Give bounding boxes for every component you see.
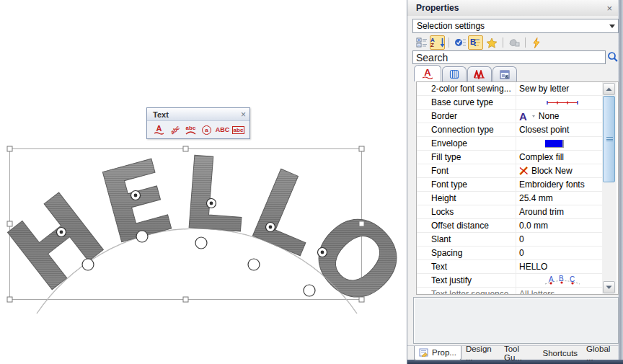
show-modified-button[interactable]: [452, 35, 467, 50]
text-toolbar: Text × A abc abc a ABC abc: [146, 107, 250, 139]
resize-handle[interactable]: [359, 221, 364, 226]
monogram-text-icon[interactable]: ABC: [216, 123, 229, 137]
letter-handle[interactable]: [318, 248, 327, 257]
property-row: LocksAround trim: [417, 205, 602, 219]
tab-satin-properties[interactable]: [467, 66, 492, 81]
scroll-up-button[interactable]: [603, 83, 615, 95]
property-value[interactable]: Embroidery fonts: [516, 178, 602, 191]
property-value[interactable]: HELLO: [516, 260, 602, 273]
panel-titlebar[interactable]: Properties ×: [407, 0, 618, 16]
scrollbar-thumb[interactable]: [603, 96, 615, 182]
search-icon[interactable]: [607, 51, 619, 63]
property-value[interactable]: Closest point: [516, 123, 602, 136]
tab-applique-properties[interactable]: [442, 66, 467, 81]
base-curve-icon: [545, 99, 580, 106]
panel-right-frame: [618, 0, 623, 360]
property-row: Font typeEmbroidery fonts: [417, 178, 602, 192]
resize-handle[interactable]: [359, 146, 364, 151]
letter-handle[interactable]: [207, 199, 216, 208]
bottom-tab-global[interactable]: Global ...: [582, 346, 619, 360]
chevron-down-icon: [609, 25, 615, 31]
property-value[interactable]: All letters: [516, 288, 602, 295]
bottom-tab-design[interactable]: Design ...: [461, 346, 500, 360]
property-value[interactable]: [516, 96, 602, 109]
scrollbar[interactable]: [602, 82, 617, 294]
property-value[interactable]: Complex fill: [516, 151, 602, 164]
text-vertical-icon[interactable]: abc: [168, 123, 182, 137]
apply-lightning-button[interactable]: [529, 35, 544, 50]
text-toolbar-titlebar[interactable]: Text ×: [147, 108, 249, 121]
border-font-icon: A: [519, 112, 527, 121]
wave-icon: [423, 76, 433, 79]
resize-handle[interactable]: [7, 297, 12, 302]
scroll-down-button[interactable]: [603, 281, 615, 293]
arrow-up-icon: [606, 87, 612, 92]
property-description-box: [413, 297, 619, 344]
property-value[interactable]: 0: [516, 233, 602, 246]
property-value[interactable]: 0.0 mm: [516, 219, 602, 232]
junction-handle[interactable]: [136, 231, 148, 242]
property-value[interactable]: Sew by letter: [516, 82, 602, 95]
property-row: Slant0: [417, 233, 602, 247]
tab-form-properties[interactable]: [492, 66, 517, 81]
property-value[interactable]: A B C: [516, 274, 602, 287]
design-canvas[interactable]: HELLO HELLO: [0, 0, 407, 364]
zigzag-icon: [474, 70, 485, 79]
property-row: Base curve type: [417, 96, 602, 110]
junction-handle[interactable]: [195, 237, 207, 249]
property-value[interactable]: [516, 137, 602, 150]
resize-handle[interactable]: [7, 146, 12, 151]
text-on-circle-icon[interactable]: a: [200, 123, 213, 137]
resize-handle[interactable]: [183, 146, 188, 151]
font-tool-icon: [519, 167, 529, 175]
property-row: Text letter sequenceAll letters: [417, 288, 602, 295]
text-block-icon[interactable]: abc: [231, 123, 245, 137]
sort-alphabetical-button[interactable]: AZ: [430, 35, 445, 50]
resize-handle[interactable]: [359, 297, 364, 302]
property-value[interactable]: Around trim: [516, 205, 602, 218]
property-row: Font Block New: [417, 164, 602, 178]
envelope-color-swatch[interactable]: [545, 140, 564, 148]
bottom-tab-properties[interactable]: Prop...: [414, 346, 461, 360]
favorites-star-button[interactable]: [484, 35, 499, 50]
preset-dropdown[interactable]: Selection settings: [412, 19, 619, 33]
properties-tab-icon: [419, 348, 429, 357]
svg-text:C: C: [570, 275, 575, 283]
preset-value: Selection settings: [417, 21, 485, 31]
property-grid: 2-color font sewing...Sew by letter Base…: [416, 81, 619, 295]
property-row: TextHELLO: [417, 260, 602, 274]
letter-handle[interactable]: [131, 191, 141, 200]
text-on-arc-icon[interactable]: abc: [184, 123, 198, 137]
resize-handle[interactable]: [7, 221, 12, 226]
arrow-down-icon: [606, 285, 612, 290]
property-row: Border A None: [417, 110, 602, 123]
svg-text:B: B: [559, 275, 564, 283]
junction-handle[interactable]: [304, 285, 315, 296]
categorized-view-button[interactable]: [414, 35, 429, 50]
close-icon[interactable]: ×: [606, 3, 612, 14]
bottom-tab-tool-guide[interactable]: Tool Gu...: [500, 346, 539, 360]
property-value[interactable]: A None: [516, 110, 602, 123]
property-category-tabs: A: [414, 65, 518, 81]
letter-handle[interactable]: [266, 223, 275, 232]
junction-handle[interactable]: [248, 259, 260, 270]
property-value[interactable]: Block New: [516, 164, 602, 177]
property-row: 2-color font sewing...Sew by letter: [417, 82, 602, 96]
property-row: Text justify A B C: [417, 274, 602, 288]
property-row: Spacing0: [417, 247, 602, 260]
tab-text-properties[interactable]: A: [414, 65, 441, 81]
text-on-baseline-icon[interactable]: A: [152, 123, 166, 137]
close-icon[interactable]: ×: [241, 111, 246, 118]
bottom-tab-shortcuts[interactable]: Shortcuts: [539, 346, 583, 360]
property-value[interactable]: 25.4 mm: [516, 192, 602, 205]
property-value[interactable]: 0: [516, 247, 602, 259]
search-input[interactable]: [412, 50, 606, 64]
svg-text:A: A: [549, 275, 554, 283]
filter-by-name-button[interactable]: B: [468, 35, 483, 50]
resize-handle[interactable]: [183, 297, 188, 302]
junction-handle[interactable]: [82, 259, 94, 270]
letter-handle[interactable]: [57, 228, 66, 237]
text-justify-icon: A B C: [544, 275, 581, 287]
properties-toolbar: AZ B: [407, 35, 544, 50]
locked-properties-button-disabled[interactable]: [506, 35, 521, 50]
